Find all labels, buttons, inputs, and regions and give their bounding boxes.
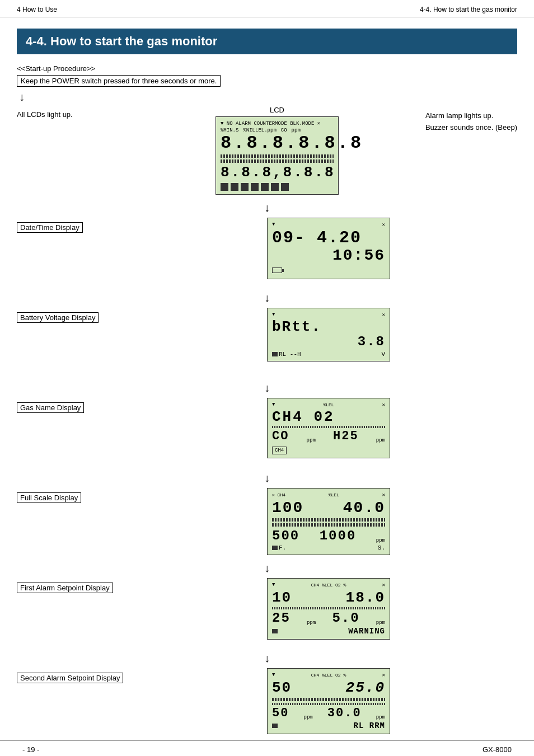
lcd-center-4: ▼%LEL✕ CH4 02 CO ppm H25 ppm CH4 <box>140 398 517 459</box>
lcd-display-4: ▼%LEL✕ CH4 02 CO ppm H25 ppm CH4 <box>267 398 390 459</box>
arrow-down-0: ↓ <box>19 91 517 102</box>
lcd-fullscale-top: 100 40.0 <box>272 499 385 516</box>
step-label-text-4: Gas Name Display <box>17 402 84 413</box>
arrow-row-4: ↓ <box>17 469 517 487</box>
arrow-6: ↓ <box>205 652 329 665</box>
lcd-fullscale-bottom: 500 1000 ppm <box>272 528 385 543</box>
lcd-bar-fs1 <box>272 518 385 522</box>
lcd-alarm2-top: 50 25.0 <box>272 679 385 696</box>
lcd-bar-2 <box>221 159 334 163</box>
lcd-battery-icon-2 <box>272 267 385 275</box>
lcd-display-7: ▼CH4 %LEL O2 %✕ 50 25.0 50 ppm 30.0 ppm <box>267 668 390 734</box>
lcd-top-row-4: ▼%LEL✕ <box>272 402 385 408</box>
step-row-2: Date/Time Display ▼✕ 09- 4.20 10:56 <box>17 218 517 285</box>
page-footer: - 19 - GX-8000 <box>0 740 534 754</box>
lcd-center-5: ✕ CH4%LEL✕ 100 40.0 500 1000 ppm F. <box>140 488 517 555</box>
step-row-1: All LCDs light up. LCD ▼ NO ALARM COUNTE… <box>17 106 517 195</box>
lcd-display-1: ▼ NO ALARM COUNTERMODE BLK.MODE ✕ %MIN.S… <box>216 116 339 195</box>
arrow-row-6: ↓ <box>17 650 517 667</box>
lcd-bottom-row-3: RL --H V <box>272 351 385 358</box>
lcd-bar-a2-2 <box>272 703 385 705</box>
lcd-bar-gasname <box>272 426 385 428</box>
footer-model: GX-8000 <box>483 745 512 754</box>
lcd-display-3: ▼✕ bRtt. 3.8 RL --H V <box>267 308 390 361</box>
arrow-3: ↓ <box>205 382 329 395</box>
lcd-top-row-3: ▼✕ <box>272 312 385 318</box>
step-row-6: First Alarm Setpoint Display ▼CH4 %LEL O… <box>17 578 517 645</box>
arrow-1: ↓ <box>205 201 329 214</box>
lcd-big-text-1: 8.8.8.8.8.8 <box>221 133 334 153</box>
lcd-bottom-row-5: F. S. <box>272 544 385 551</box>
lcd-top-row-6: ▼CH4 %LEL O2 %✕ <box>272 582 385 588</box>
lcd-icons-1 <box>221 183 334 191</box>
power-instruction: Keep the POWER switch pressed for three … <box>17 75 221 87</box>
step-label-5: Full Scale Display <box>17 492 140 503</box>
lcd-alarm2-bottom: 50 ppm 30.0 ppm <box>272 706 385 720</box>
lcd-center-7: ▼CH4 %LEL O2 %✕ 50 25.0 50 ppm 30.0 ppm <box>140 668 517 734</box>
lcd-display-6: ▼CH4 %LEL O2 %✕ 10 18.0 25 ppm 5.0 ppm <box>267 578 390 640</box>
lcd-display-2: ▼✕ 09- 4.20 10:56 <box>267 218 390 279</box>
lcd-date-text: 09- 4.20 <box>272 229 385 247</box>
page-header: 4 How to Use 4-4. How to start the gas m… <box>0 0 534 17</box>
lcd-bar-a1 <box>272 607 385 609</box>
startup-procedure-label: <<Start-up Procedure>> <box>17 64 517 73</box>
warning-text-1: WARNING <box>348 627 385 636</box>
arrow-5: ↓ <box>205 562 329 575</box>
footer-page: - 19 - <box>22 745 39 754</box>
lcd-indicator-1: ▼ NO ALARM COUNTERMODE BLK.MODE ✕ <box>221 120 320 126</box>
lcd-alarm1-top: 10 18.0 <box>272 589 385 606</box>
arrow-row-3: ↓ <box>17 379 517 397</box>
alarm-text-1: Alarm lamp lights up.Buzzer sounds once.… <box>425 110 517 134</box>
lcd-top-row-1: ▼ NO ALARM COUNTERMODE BLK.MODE ✕ <box>221 120 334 126</box>
page-content: 4-4. How to start the gas monitor <<Star… <box>0 17 534 756</box>
step-label-text-1: All LCDs light up. <box>17 110 73 119</box>
step-label-text-7: Second Alarm Setpoint Display <box>17 673 123 683</box>
lcd-bottom-row-6: WARNING <box>272 627 385 636</box>
step-label-text-5: Full Scale Display <box>17 492 81 503</box>
step-label-text-2: Date/Time Display <box>17 222 83 233</box>
step-label-text-6: First Alarm Setpoint Display <box>17 583 113 593</box>
lcd-gasname-bottom: CO ppm H25 ppm <box>272 429 385 443</box>
step-row-5: Full Scale Display ✕ CH4%LEL✕ 100 40.0 5… <box>17 488 517 555</box>
lcd-center-6: ▼CH4 %LEL O2 %✕ 10 18.0 25 ppm 5.0 ppm <box>140 578 517 640</box>
lcd-alarm1-bottom: 25 ppm 5.0 ppm <box>272 611 385 626</box>
lcd-center-3: ▼✕ bRtt. 3.8 RL --H V <box>140 308 517 361</box>
step-row-3: Battery Voltage Display ▼✕ bRtt. 3.8 RL … <box>17 308 517 375</box>
lcd-bottom-row-7: RL RRM <box>272 721 385 730</box>
step-label-text-3: Battery Voltage Display <box>17 312 99 323</box>
step-label-6: First Alarm Setpoint Display <box>17 583 140 593</box>
section-title: 4-4. How to start the gas monitor <box>17 29 517 54</box>
step-row-4: Gas Name Display ▼%LEL✕ CH4 02 CO ppm H2… <box>17 398 517 465</box>
step-label-4: Gas Name Display <box>17 402 140 413</box>
lcd-bar-a2-1 <box>272 698 385 701</box>
arrow-4: ↓ <box>205 472 329 485</box>
arrow-row-5: ↓ <box>17 560 517 577</box>
lcd-title-1: LCD <box>270 106 284 114</box>
lcd-center-2: ▼✕ 09- 4.20 10:56 <box>140 218 517 279</box>
lcd-batt-text: bRtt. <box>272 319 385 335</box>
lcd-display-5: ✕ CH4%LEL✕ 100 40.0 500 1000 ppm F. <box>267 488 390 555</box>
arrow-2: ↓ <box>205 292 329 304</box>
step-row-7: Second Alarm Setpoint Display ▼CH4 %LEL … <box>17 668 517 735</box>
lcd-gasname-top: CH4 02 <box>272 409 385 425</box>
lcd-bar-1 <box>221 154 334 158</box>
header-right: 4-4. How to start the gas monitor <box>420 6 517 13</box>
alarm-arm-text: RL RRM <box>354 721 385 730</box>
lcd-center-1: LCD ▼ NO ALARM COUNTERMODE BLK.MODE ✕ %M… <box>140 106 414 195</box>
header-left: 4 How to Use <box>17 6 57 13</box>
lcd-top-row-5: ✕ CH4%LEL✕ <box>272 492 385 498</box>
arrow-row-1: ↓ <box>17 199 517 217</box>
lcd-bar-fs2 <box>272 523 385 527</box>
lcd-icon-4: CH4 <box>272 445 385 454</box>
lcd-big-text-2: 8.8.8,8.8.8 <box>221 165 334 181</box>
step-label-3: Battery Voltage Display <box>17 312 140 323</box>
step-label-2: Date/Time Display <box>17 222 140 233</box>
lcd-top-row-7: ▼CH4 %LEL O2 %✕ <box>272 672 385 678</box>
lcd-time-text: 10:56 <box>272 247 385 265</box>
lcd-voltage-text: 3.8 <box>272 335 385 349</box>
step-label-7: Second Alarm Setpoint Display <box>17 673 140 683</box>
step-label-1: All LCDs light up. <box>17 110 140 119</box>
arrow-row-2: ↓ <box>17 289 517 307</box>
lcd-top-row-2: ▼✕ <box>272 222 385 228</box>
